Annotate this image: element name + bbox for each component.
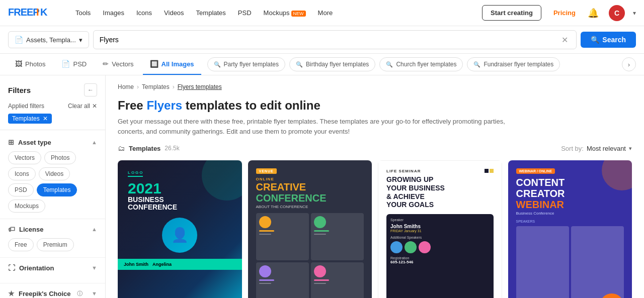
birthday-filter-icon: 🔍 [296,61,303,68]
quick-filter-fundraiser[interactable]: 🔍 Fundraiser flyer templates [467,57,560,71]
license-section-header[interactable]: 🏷 License ▲ [8,225,97,233]
search-bar: 📄 Assets, Templa... ▾ ✕ 🔍 Search [0,26,644,54]
church-filter-label: Church flyer templates [396,61,456,68]
svg-text:K: K [40,7,48,18]
nav-tools[interactable]: Tools [70,6,96,20]
freepik-logo[interactable]: FREEP I K [8,5,58,22]
search-button-icon: 🔍 [591,36,599,44]
breadcrumb-home[interactable]: Home [118,83,134,90]
start-creating-button[interactable]: Start creating [482,5,541,21]
orientation-section-header[interactable]: ⛶ Orientation ▼ [8,264,97,272]
sort-label: Sort by: [561,145,584,152]
search-button-label: Search [602,36,626,44]
nav-templates[interactable]: Templates [191,6,231,20]
template-card-2[interactable]: VENUE ONLINE CREATIVECONFERENCE ABOUT TH… [248,160,372,298]
top-navigation: FREEP I K Tools Images Icons Videos Temp… [0,0,644,26]
content-type-tabs: 🖼 Photos 📄 PSD ✏ Vectors 🔲 All Images 🔍 … [0,54,644,75]
breadcrumb-templates[interactable]: Templates [142,83,170,90]
chip-videos[interactable]: Videos [39,167,70,180]
nav-images[interactable]: Images [98,6,129,20]
tab-all-images[interactable]: 🔲 All Images [143,54,201,75]
quick-filter-party[interactable]: 🔍 Party flyer templates [207,57,285,71]
results-count: 26.5k [165,145,179,152]
asset-type-chevron-icon: ▾ [79,36,83,44]
tab-photos[interactable]: 🖼 Photos [8,54,52,75]
chip-mockups[interactable]: Mockups [8,200,45,213]
template-card-1[interactable]: LOGO 2021 BUSINESSCONFERENCE 👤 John Smit… [118,160,242,298]
asset-type-selector[interactable]: 📄 Assets, Templa... ▾ [8,31,89,48]
sidebar-header: Filters ← [0,83,105,103]
sort-arrow-icon: ▾ [629,145,632,152]
orientation-section-title: ⛶ Orientation [8,264,54,272]
breadcrumb: Home › Templates › Flyers templates [118,83,632,90]
tab-vectors[interactable]: ✏ Vectors [96,54,140,75]
license-chevron-icon: ▲ [92,226,97,232]
asset-type-icon: 📄 [15,36,23,44]
clear-all-button[interactable]: Clear all ✕ [68,103,97,110]
photos-tab-icon: 🖼 [15,60,22,68]
license-label: License [19,226,43,233]
search-input[interactable] [100,36,560,44]
applied-filters-label: Applied filters [8,103,44,110]
chip-photos[interactable]: Photos [44,151,76,164]
user-avatar[interactable]: C [609,5,625,21]
nav-psd[interactable]: PSD [233,6,257,20]
orientation-chevron-icon: ▼ [92,265,97,271]
vectors-tab-icon: ✏ [103,60,109,68]
nav-videos[interactable]: Videos [159,6,189,20]
tab-vectors-label: Vectors [112,60,133,68]
fundraiser-filter-label: Fundraiser flyer templates [484,61,553,68]
clear-search-button[interactable]: ✕ [559,35,570,45]
nav-mockups[interactable]: MockupsNEW [259,6,311,20]
tab-psd[interactable]: 📄 PSD [54,54,94,75]
license-filter-section: 🏷 License ▲ Free Premium [0,219,105,258]
page-header: Free Flyers templates to edit online Get… [118,98,632,136]
asset-type-label: Asset type [18,139,51,146]
freepiks-choice-section-header[interactable]: ★ Freepik's Choice ⓘ ▼ [8,289,97,297]
quick-filter-birthday[interactable]: 🔍 Birthday flyer templates [289,57,375,71]
chip-templates[interactable]: Templates [37,183,77,196]
chip-icons[interactable]: Icons [8,167,36,180]
chip-vectors[interactable]: Vectors [8,151,41,164]
template-card-3[interactable]: LIFE SEMINAR GROWING UPYOUR BUSINESS& AC… [378,160,502,298]
search-input-wrapper: ✕ [93,30,577,49]
tab-photos-label: Photos [25,60,45,68]
party-filter-icon: 🔍 [214,61,221,68]
asset-type-section-icon: ⊞ [8,138,14,146]
nav-more[interactable]: More [313,6,338,20]
license-section-icon: 🏷 [8,225,15,233]
avatar-chevron-icon[interactable]: ▾ [633,10,636,17]
template-card-4[interactable]: WEBINAR / ONLINE CONTENTCREATORWEBINAR B… [508,160,632,298]
sidebar-collapse-button[interactable]: ← [84,83,97,96]
chip-free[interactable]: Free [8,238,34,251]
applied-filters-section: Applied filters Clear all ✕ Templates ✕ [0,103,105,130]
chip-psd[interactable]: PSD [8,183,34,196]
chip-premium[interactable]: Premium [37,238,74,251]
page-title: Free Flyers templates to edit online [118,98,632,113]
nav-links: Tools Images Icons Videos Templates PSD … [70,6,338,20]
main-content: Home › Templates › Flyers templates Free… [106,75,644,298]
quick-filter-church[interactable]: 🔍 Church flyer templates [379,57,463,71]
search-button[interactable]: 🔍 Search [581,32,636,48]
freepiks-choice-section-title: ★ Freepik's Choice ⓘ [8,289,83,297]
asset-type-chips: Vectors Photos Icons Videos PSD Template… [8,151,97,213]
page-title-pre: Free [118,98,146,112]
results-info: 🗂 Templates 26.5k [118,144,180,152]
pricing-link[interactable]: Pricing [553,9,576,17]
tab-all-images-label: All Images [162,60,194,68]
sort-control[interactable]: Sort by: Most relevant ▾ [561,145,632,152]
orientation-filter-section: ⛶ Orientation ▼ [0,258,105,283]
nav-icons[interactable]: Icons [131,6,157,20]
church-filter-icon: 🔍 [386,61,393,68]
active-filter-tag-remove[interactable]: ✕ [43,115,48,122]
svg-text:I: I [36,7,39,18]
notification-bell-icon[interactable]: 🔔 [588,8,599,19]
tabs-next-arrow[interactable]: › [622,57,636,71]
page-title-flyers: Flyers [146,98,182,112]
active-filter-tag: Templates ✕ [8,114,52,124]
active-filter-tag-label: Templates [12,115,40,122]
freepiks-choice-info-icon: ⓘ [77,290,83,297]
freepiks-choice-label: Freepik's Choice [19,290,71,297]
page-description: Get your message out there with these fr… [118,117,520,136]
asset-type-section-header[interactable]: ⊞ Asset type ▲ [8,138,97,146]
